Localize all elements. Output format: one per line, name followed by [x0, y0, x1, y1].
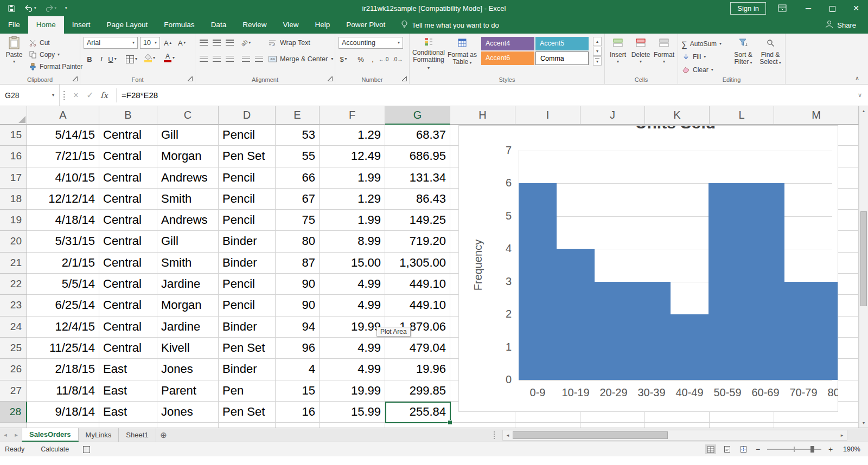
- fill-handle[interactable]: [448, 420, 452, 425]
- cell-A26[interactable]: 2/18/15: [27, 359, 99, 380]
- fill-color-icon[interactable]: ▾: [144, 52, 155, 64]
- gallery-more-icon[interactable]: ▾: [593, 56, 602, 66]
- column-header-D[interactable]: D: [219, 106, 276, 125]
- cell-F24[interactable]: 19.99: [320, 317, 385, 338]
- scroll-up-icon[interactable]: ▴: [859, 106, 868, 115]
- chart-bar-70-79[interactable]: [784, 282, 822, 380]
- cell-F17[interactable]: 1.99: [320, 167, 385, 189]
- cell-A25[interactable]: 11/25/14: [27, 338, 99, 359]
- minimize-button[interactable]: ─: [796, 0, 820, 16]
- number-format-select[interactable]: Accounting▾: [339, 37, 403, 49]
- cell-F16[interactable]: 12.49: [320, 146, 385, 167]
- close-button[interactable]: ✕: [844, 0, 868, 16]
- insert-cells-button[interactable]: Insert ▾: [607, 36, 629, 72]
- sheet-tab-mylinks[interactable]: MyLinks: [79, 428, 119, 442]
- cell-D27[interactable]: Pen: [219, 380, 276, 402]
- cell-G26[interactable]: 19.96: [385, 359, 450, 380]
- fill-button[interactable]: Fill▾: [681, 51, 728, 63]
- tell-me-box[interactable]: Tell me what you want to do: [401, 16, 499, 34]
- insert-function-icon[interactable]: fx: [97, 91, 111, 100]
- cell-D20[interactable]: Binder: [219, 231, 276, 252]
- zoom-level[interactable]: 190%: [840, 445, 860, 453]
- copy-button[interactable]: Copy ▾: [28, 49, 82, 61]
- normal-view-icon[interactable]: [705, 444, 716, 454]
- paste-button[interactable]: Paste ▾: [2, 36, 26, 72]
- cell-D21[interactable]: Binder: [219, 253, 276, 274]
- cell-C28[interactable]: Jones: [157, 402, 219, 423]
- cell-A22[interactable]: 5/5/14: [27, 274, 99, 295]
- cancel-icon[interactable]: ×: [69, 91, 83, 100]
- cell-G15[interactable]: 68.37: [385, 125, 450, 146]
- column-header-F[interactable]: F: [320, 106, 385, 125]
- cell-E27[interactable]: 15: [276, 380, 320, 402]
- row-header-23[interactable]: 23: [0, 295, 27, 316]
- cell-D15[interactable]: Pencil: [219, 125, 276, 146]
- cell[interactable]: [320, 423, 385, 428]
- cell-D28[interactable]: Pen Set: [219, 402, 276, 423]
- ribbon-tab-file[interactable]: File: [0, 16, 28, 34]
- font-color-icon[interactable]: A▾: [164, 52, 175, 64]
- cell-F21[interactable]: 15.00: [320, 253, 385, 274]
- cell-A23[interactable]: 6/25/14: [27, 295, 99, 316]
- chart-bar-10-19[interactable]: [557, 249, 595, 380]
- column-header-M[interactable]: M: [774, 106, 859, 125]
- cell-F25[interactable]: 4.99: [320, 338, 385, 359]
- column-header-C[interactable]: C: [157, 106, 219, 125]
- row-header-17[interactable]: 17: [0, 167, 27, 189]
- cell-A15[interactable]: 5/14/15: [27, 125, 99, 146]
- row-header-21[interactable]: 21: [0, 253, 27, 274]
- cell[interactable]: [580, 423, 645, 428]
- enter-icon[interactable]: ✓: [83, 90, 97, 100]
- ribbon-tab-home[interactable]: Home: [28, 16, 64, 34]
- status-calculate[interactable]: Calculate: [41, 445, 69, 453]
- cell-D22[interactable]: Pencil: [219, 274, 276, 295]
- percent-style-icon[interactable]: %: [356, 53, 366, 65]
- cell-B16[interactable]: Central: [99, 146, 157, 167]
- cell-G17[interactable]: 131.34: [385, 167, 450, 189]
- delete-cells-button[interactable]: Delete ▾: [630, 36, 652, 72]
- record-macro-icon[interactable]: [83, 446, 90, 453]
- cell-G22[interactable]: 449.10: [385, 274, 450, 295]
- cell-F19[interactable]: 1.99: [320, 210, 385, 231]
- formula-bar-expand-icon[interactable]: ∨: [852, 92, 868, 99]
- cell-D19[interactable]: Pencil: [219, 210, 276, 231]
- cell-A28[interactable]: 9/18/14: [27, 402, 99, 423]
- column-header-K[interactable]: K: [645, 106, 710, 125]
- sheet-tab-sheet1[interactable]: Sheet1: [119, 428, 156, 442]
- chart-bar-80-89[interactable]: [822, 282, 838, 380]
- sheet-nav-right-icon[interactable]: ▸: [11, 428, 22, 442]
- cell-G21[interactable]: 1,305.00: [385, 253, 450, 274]
- cell[interactable]: [645, 423, 710, 428]
- ribbon-tab-review[interactable]: Review: [234, 16, 275, 34]
- cell[interactable]: [515, 423, 580, 428]
- underline-button[interactable]: U▾: [107, 53, 117, 65]
- cell-D16[interactable]: Pen Set: [219, 146, 276, 167]
- cell-B20[interactable]: Central: [99, 231, 157, 252]
- ribbon-tab-formulas[interactable]: Formulas: [156, 16, 202, 34]
- v-scroll-thumb[interactable]: [860, 211, 867, 306]
- font-dialog-launcher[interactable]: [188, 76, 193, 81]
- bottom-align-icon[interactable]: [225, 37, 234, 49]
- cell-A27[interactable]: 11/8/14: [27, 380, 99, 402]
- chart-bar-50-59[interactable]: [709, 183, 746, 380]
- zoom-in-icon[interactable]: +: [827, 445, 834, 454]
- italic-button[interactable]: I: [97, 53, 106, 65]
- sheet-nav-left-icon[interactable]: ◂: [0, 428, 11, 442]
- cell-C24[interactable]: Jardine: [157, 317, 219, 338]
- row-header-partial[interactable]: [0, 423, 27, 428]
- save-icon[interactable]: [8, 4, 16, 12]
- cell[interactable]: [99, 423, 157, 428]
- cell-E21[interactable]: 87: [276, 253, 320, 274]
- top-align-icon[interactable]: [199, 37, 208, 49]
- cell-E25[interactable]: 96: [276, 338, 320, 359]
- collapse-ribbon-icon[interactable]: ∧: [855, 75, 859, 82]
- middle-align-icon[interactable]: [212, 37, 221, 49]
- cell-F28[interactable]: 15.99: [320, 402, 385, 423]
- sign-in-button[interactable]: Sign in: [730, 2, 766, 15]
- find-select-button[interactable]: Find & Select: [757, 36, 783, 72]
- center-icon[interactable]: [212, 53, 221, 65]
- alignment-dialog-launcher[interactable]: [328, 76, 333, 81]
- row-header-22[interactable]: 22: [0, 274, 27, 295]
- cell[interactable]: [219, 423, 276, 428]
- ribbon-tab-view[interactable]: View: [275, 16, 307, 34]
